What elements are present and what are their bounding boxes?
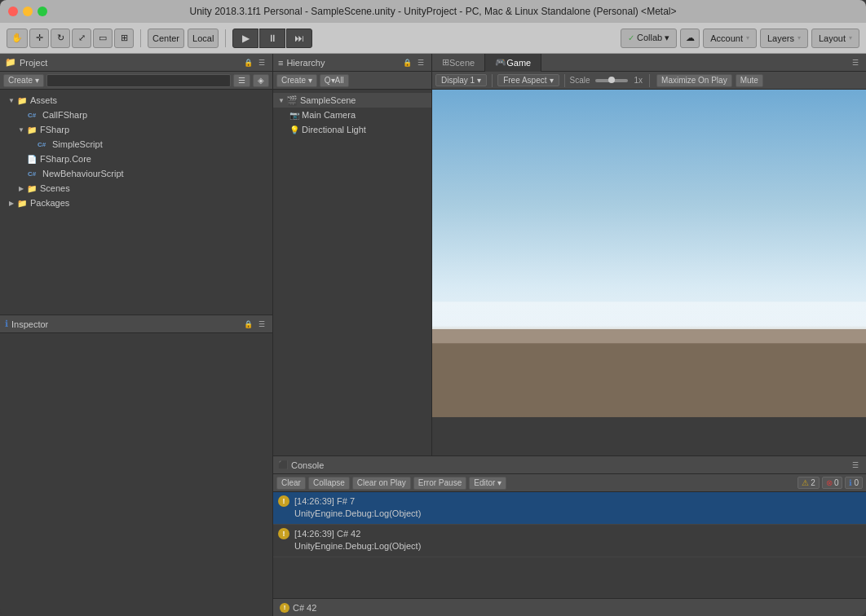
console-error-pause-btn[interactable]: Error Pause [413,477,466,490]
account-dropdown[interactable]: Account ▾ [703,29,757,48]
camera-icon: 📷 [289,111,299,120]
move-tool[interactable]: ✛ [29,29,49,48]
cs-icon: C# [26,109,38,121]
transform-tools: ✋ ✛ ↻ ⤢ ▭ ⊞ [7,29,134,48]
play-controls: ▶ ⏸ ⏭ [232,29,312,48]
play-button[interactable]: ▶ [232,29,258,48]
light-icon: 💡 [289,125,299,134]
list-item[interactable]: ▼ 📁 Assets [0,93,272,108]
hierarchy-lock-icon[interactable]: 🔒 [401,57,413,68]
right-area: ≡ Hierarchy 🔒 ☰ Create ▾ Q▾All [273,54,866,616]
project-panel: 📁 Project 🔒 ☰ Create ▾ ☰ ◈ [0,54,273,315]
pause-button[interactable]: ⏸ [259,29,285,48]
project-title: Project [20,58,47,68]
console-clear-on-play-btn[interactable]: Clear on Play [352,477,411,490]
list-item[interactable]: 📄 FSharp.Core [0,152,272,166]
list-item[interactable]: C# CallFSharp [0,108,272,122]
account-label: Account [710,33,743,43]
status-bar: ! C# 42 [273,598,866,616]
project-search-input[interactable] [46,74,231,87]
rect-tool[interactable]: ▭ [93,29,113,48]
console-toolbar: Clear Collapse Clear on Play Error Pause… [273,474,866,492]
close-button[interactable] [8,7,18,16]
scene-tab[interactable]: ⊞ Scene [432,54,485,72]
hierarchy-menu-icon[interactable]: ☰ [415,57,426,68]
transform-tool[interactable]: ⊞ [114,29,134,48]
tree-item-label: SimpleScript [52,139,103,149]
expand-arrow-icon: ▼ [16,125,26,134]
console-entry-text: [14:26:39] C# 42 UnityEngine.Debug:Log(O… [294,528,421,553]
toolbar: ✋ ✛ ↻ ⤢ ▭ ⊞ Center Local ▶ ⏸ ⏭ ✓ Collab … [0,23,866,54]
console-editor-btn[interactable]: Editor ▾ [469,477,506,490]
minimize-button[interactable] [23,7,33,16]
console-title: Console [291,460,324,470]
aspect-dropdown[interactable]: Free Aspect ▾ [497,74,559,86]
layers-dropdown[interactable]: Layers ▾ [760,29,808,48]
console-entry[interactable]: ! [14:26:39] F# 7 UnityEngine.Debug:Log(… [273,492,866,525]
unity-window: Unity 2018.3.1f1 Personal - SampleScene.… [0,0,866,616]
rotate-tool[interactable]: ↻ [51,29,70,48]
game-canvas [432,90,866,455]
inspector-menu-icon[interactable]: ☰ [256,319,267,330]
list-item[interactable]: ▶ 📁 Packages [0,196,272,210]
cloud-button[interactable]: ☁ [680,29,700,48]
list-item[interactable]: ▼ 📁 FSharp [0,122,272,137]
project-controls: 🔒 ☰ [242,57,267,68]
separator [649,74,650,87]
pivot-local-btn[interactable]: Local [188,29,219,48]
layout-dropdown[interactable]: Layout ▾ [811,29,859,48]
display-dropdown[interactable]: Display 1 ▾ [435,74,487,86]
hierarchy-all-btn[interactable]: Q▾All [320,74,349,87]
scale-slider[interactable] [595,79,628,82]
console-collapse-btn[interactable]: Collapse [308,477,350,490]
list-item[interactable]: C# NewBehaviourScript [0,166,272,181]
middle-row: ≡ Hierarchy 🔒 ☰ Create ▾ Q▾All [273,54,866,455]
hierarchy-item[interactable]: 💡 Directional Light [273,122,431,137]
hierarchy-create-btn[interactable]: Create ▾ [276,74,317,87]
separator [564,74,565,87]
console-clear-btn[interactable]: Clear [276,477,306,490]
collab-button[interactable]: ✓ Collab ▾ [621,29,677,48]
hand-tool[interactable]: ✋ [7,29,28,48]
project-create-btn[interactable]: Create ▾ [3,74,44,87]
project-lock-icon[interactable]: 🔒 [242,57,254,68]
error-count: 0 [834,478,839,487]
step-button[interactable]: ⏭ [286,29,312,48]
folder-icon: 📁 [26,124,38,135]
inspector-lock-icon[interactable]: 🔒 [242,319,254,330]
maximize-on-play-btn[interactable]: Maximize On Play [656,74,732,87]
game-view-menu-icon[interactable]: ☰ [850,57,861,68]
list-item[interactable]: C# SimpleScript [0,137,272,152]
console-entry[interactable]: ! [14:26:39] C# 42 UnityEngine.Debug:Log… [273,525,866,557]
game-tab[interactable]: 🎮 Game [485,54,541,72]
inspector-title: Inspector [11,319,48,329]
pivot-center-btn[interactable]: Center [148,29,184,48]
inspector-header: ℹ Inspector 🔒 ☰ [0,315,272,333]
separator-2 [225,29,226,47]
collab-checkmark: ✓ [628,33,634,42]
account-arrow: ▾ [746,34,749,42]
layout-label: Layout [819,33,846,43]
hierarchy-item[interactable]: 📷 Main Camera [273,108,431,122]
mute-btn[interactable]: Mute [736,74,763,87]
hierarchy-scene-item[interactable]: ▼ 🎬 SampleScene [273,93,431,108]
project-tree: ▼ 📁 Assets C# CallFSharp ▼ 📁 [0,90,272,315]
scale-tool[interactable]: ⤢ [72,29,91,48]
warn-count: 2 [811,478,815,487]
game-tab-label: Game [506,58,531,68]
console-menu-icon[interactable]: ☰ [850,460,861,471]
project-type-filter-btn[interactable]: ◈ [253,74,269,87]
display-label: Display 1 [441,76,475,85]
separator [492,74,493,87]
scale-handle[interactable] [608,77,615,83]
project-filter-btn[interactable]: ☰ [233,74,250,87]
info-badge: ℹ 0 [845,477,863,489]
project-menu-icon[interactable]: ☰ [256,57,267,68]
separator-1 [140,29,141,47]
tree-item-label: CallFSharp [42,110,87,120]
scene-tab-label: Scene [449,58,475,68]
list-item[interactable]: ▶ 📁 Scenes [0,181,272,196]
maximize-button[interactable] [38,7,47,16]
inspector-content [0,333,272,616]
inspector-panel: ℹ Inspector 🔒 ☰ [0,315,273,616]
